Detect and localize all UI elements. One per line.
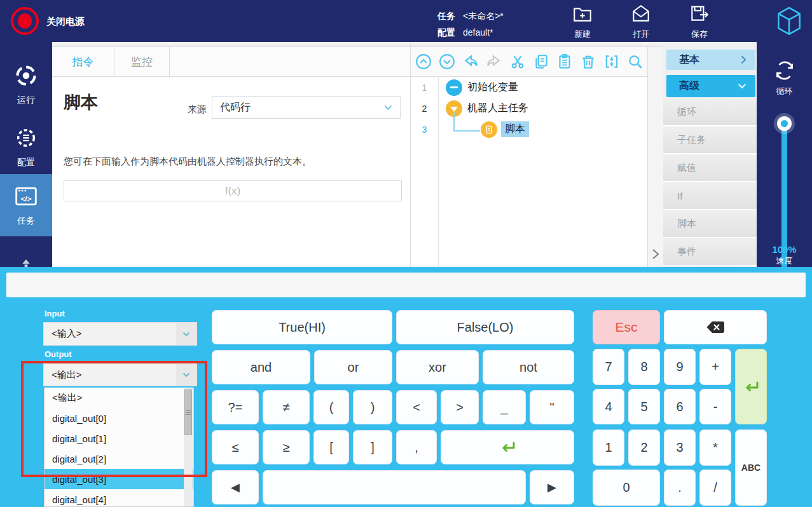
key-assign-compare[interactable]: ?= [212, 390, 259, 424]
output-select[interactable]: <输出> [43, 363, 197, 386]
tree-row-main-task[interactable]: 2 机器人主任务 [411, 98, 648, 119]
key-slash[interactable]: / [699, 470, 731, 506]
key-backspace[interactable] [664, 310, 767, 344]
palette-item-subtask[interactable]: 子任务 [663, 126, 757, 154]
cut-button[interactable] [509, 53, 526, 70]
key-and[interactable]: and [212, 350, 310, 384]
key-not-equal[interactable]: ≠ [263, 390, 310, 424]
key-paren-close[interactable]: ) [353, 390, 392, 424]
keyboard-expression-input[interactable] [6, 273, 806, 297]
key-minus[interactable]: - [699, 389, 731, 424]
trash-icon [580, 53, 596, 70]
key-cursor-left[interactable]: ◀ [212, 470, 259, 504]
key-5[interactable]: 5 [628, 389, 660, 424]
key-7[interactable]: 7 [593, 349, 624, 385]
palette-item-if[interactable]: If [663, 182, 757, 210]
fold-button[interactable] [603, 53, 620, 70]
palette-item-script[interactable]: 脚本 [663, 210, 757, 238]
loop-mode-button[interactable]: 循环 [757, 58, 812, 97]
key-space[interactable] [263, 470, 526, 504]
move-up-button[interactable] [415, 53, 432, 70]
chevron-down-icon [738, 83, 747, 89]
key-quote[interactable]: " [530, 390, 574, 424]
key-9[interactable]: 9 [664, 349, 696, 385]
key-esc[interactable]: Esc [593, 310, 660, 344]
speed-slider-handle[interactable] [777, 116, 792, 131]
config-gear-icon [13, 125, 39, 153]
dropdown-scrollbar-thumb[interactable] [184, 389, 192, 435]
redo-button[interactable] [486, 53, 502, 70]
circle-up-icon [415, 53, 432, 70]
key-true-hi[interactable]: True(HI) [212, 310, 392, 344]
sidebar-item-config[interactable]: 配置 [0, 116, 52, 177]
key-bracket-close[interactable]: ] [353, 430, 392, 464]
sidebar-item-task[interactable]: </> 任务 [0, 174, 52, 236]
search-icon [627, 53, 643, 70]
dropdown-option[interactable]: <输出> [45, 388, 193, 408]
input-select[interactable]: <输入> [43, 322, 197, 346]
key-2[interactable]: 2 [628, 429, 660, 466]
tab-monitor[interactable]: 监控 [114, 47, 170, 76]
key-less-than[interactable]: < [396, 390, 437, 424]
expression-field[interactable] [64, 180, 402, 201]
key-paren-open[interactable]: ( [313, 390, 349, 424]
key-or[interactable]: or [314, 350, 392, 384]
dropdown-option[interactable]: digital_out[1] [45, 428, 193, 449]
key-3[interactable]: 3 [664, 429, 696, 466]
delete-button[interactable] [580, 53, 596, 70]
key-asterisk[interactable]: * [699, 429, 731, 466]
key-bracket-open[interactable]: [ [313, 430, 349, 464]
key-cursor-right[interactable]: ▶ [530, 470, 574, 504]
keyboard-main-keys: True(HI) False(LO) and or xor not ?= ≠ (… [212, 310, 574, 507]
dropdown-option[interactable]: digital_out[2] [45, 449, 193, 469]
key-xor[interactable]: xor [396, 350, 479, 384]
key-greater-equal[interactable]: ≥ [263, 430, 310, 464]
paste-button[interactable] [556, 53, 573, 70]
dropdown-option-highlighted[interactable]: digital_out[3] [45, 469, 193, 489]
key-abc-mode[interactable]: ABC [735, 429, 767, 506]
dropdown-scrollbar[interactable] [184, 388, 193, 506]
tree-row-script[interactable]: 3 脚本 [411, 119, 648, 140]
tree-row-init-vars[interactable]: 1 初始化变量 [411, 77, 648, 98]
undo-button[interactable] [462, 53, 479, 70]
key-underscore[interactable]: _ [483, 390, 526, 424]
power-button[interactable] [11, 7, 39, 35]
dropdown-option[interactable]: digital_out[0] [45, 408, 193, 428]
sidebar-item-run[interactable]: 运行 [0, 53, 52, 115]
tree-row-label: 初始化变量 [467, 81, 518, 94]
key-not[interactable]: not [483, 350, 574, 384]
chevron-right-icon[interactable] [651, 248, 660, 263]
open-button[interactable]: 打开 [621, 3, 661, 40]
key-6[interactable]: 6 [664, 389, 696, 424]
key-greater-than[interactable]: > [441, 390, 479, 424]
key-1[interactable]: 1 [593, 429, 624, 466]
palette-group-advanced[interactable]: 高级 [666, 75, 755, 97]
save-button[interactable]: 保存 [680, 3, 719, 40]
input-select-value: <输入> [52, 328, 82, 340]
source-select[interactable]: 代码行 [212, 96, 401, 119]
keyboard-overlay: Input <输入> Output <输出> <输出> digital_out[… [0, 267, 812, 507]
tab-instruction[interactable]: 指令 [52, 47, 114, 76]
key-false-lo[interactable]: False(LO) [396, 310, 574, 344]
key-enter[interactable] [735, 349, 767, 424]
key-0[interactable]: 0 [593, 470, 660, 506]
palette-item-assign[interactable]: 赋值 [663, 154, 757, 182]
copy-icon [533, 53, 549, 70]
search-button[interactable] [627, 53, 643, 70]
key-plus[interactable]: + [699, 349, 731, 385]
palette-group-label: 基本 [679, 53, 699, 67]
copy-button[interactable] [533, 53, 549, 70]
palette-item-event[interactable]: 事件 [663, 238, 757, 266]
panel-collapse-strip [647, 46, 663, 268]
key-comma[interactable]: , [396, 430, 437, 464]
move-down-button[interactable] [439, 53, 455, 70]
key-4[interactable]: 4 [593, 389, 624, 424]
key-8[interactable]: 8 [628, 349, 660, 385]
new-button[interactable]: 新建 [563, 3, 602, 40]
key-period[interactable]: . [664, 470, 696, 506]
palette-group-basic[interactable]: 基本 [666, 50, 755, 70]
palette-item-loop[interactable]: 循环 [663, 98, 757, 126]
key-enter-wide[interactable] [441, 430, 574, 464]
key-less-equal[interactable]: ≤ [212, 430, 259, 464]
dropdown-option[interactable]: digital_out[4] [45, 489, 193, 507]
